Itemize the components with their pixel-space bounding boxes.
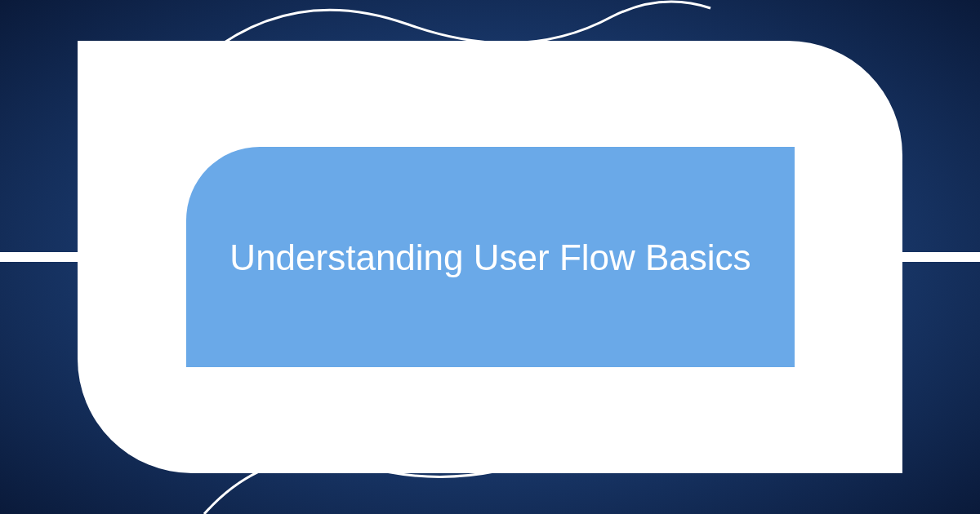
title-panel: Understanding User Flow Basics xyxy=(186,147,795,367)
page-title: Understanding User Flow Basics xyxy=(197,235,783,280)
